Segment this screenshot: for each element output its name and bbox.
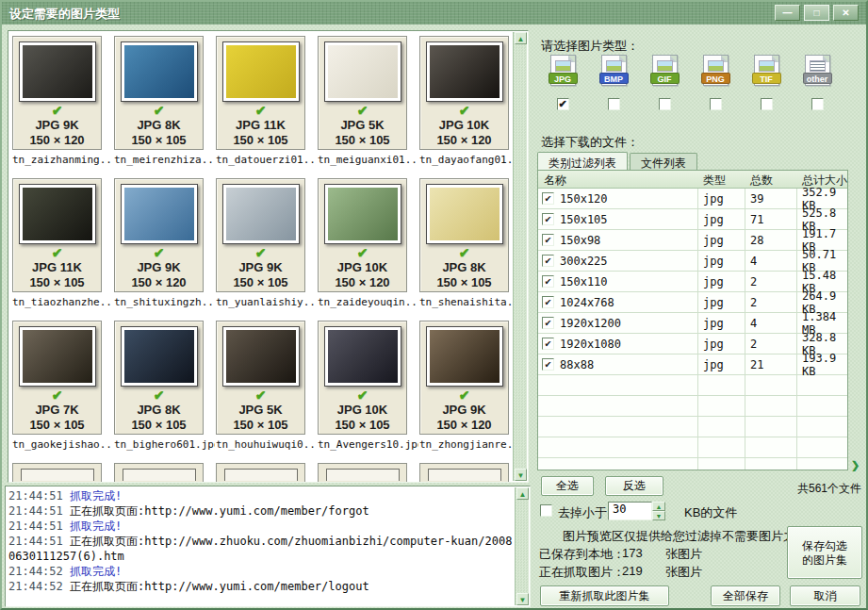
minimize-button[interactable]: — [775, 5, 800, 21]
thumbnail-card[interactable]: ✔ JPG 8K 150 × 105 [114, 321, 204, 435]
save-all-button[interactable]: 全部保存 [711, 585, 780, 606]
thumbnail-image-frame [324, 41, 401, 102]
thumbnail-image-frame [426, 184, 503, 244]
partial-thumbnail [114, 463, 204, 482]
row-checkbox[interactable]: ✔ [542, 317, 554, 329]
thumbnail-item[interactable]: ✔ JPG 8K 150 × 105 tn_meirenzhiza... [114, 36, 204, 166]
fetching-label: 正在抓取图片： [539, 564, 625, 581]
log-entry: 21:44:51 抓取完成! [8, 519, 513, 534]
thumbnail-card[interactable]: ✔ JPG 9K 150 × 105 [216, 178, 305, 292]
thumbnail-image-frame [19, 326, 96, 387]
scroll-up-icon[interactable]: ▲ [515, 32, 527, 44]
filetype-checkbox[interactable] [710, 98, 722, 110]
row-checkbox[interactable]: ✔ [542, 255, 554, 267]
row-checkbox[interactable]: ✔ [542, 213, 554, 225]
partial-thumbnail [12, 463, 102, 482]
select-all-button[interactable]: 全选 [541, 476, 594, 496]
header-name[interactable]: 名称 [538, 171, 697, 188]
selected-check-icon: ✔ [319, 104, 406, 118]
log-scrollbar[interactable]: ▲ ▼ [515, 487, 529, 605]
thumbnail-size-label: JPG 5K [319, 118, 406, 133]
row-checkbox[interactable]: ✔ [542, 192, 554, 205]
row-checkbox[interactable]: ✔ [542, 275, 554, 288]
invert-selection-button[interactable]: 反选 [605, 476, 663, 496]
filetype-checkbox[interactable] [608, 98, 620, 110]
thumbnail-item[interactable]: ✔ JPG 7K 150 × 105 tn_gaokejishao... [12, 321, 102, 451]
thumbnail-card[interactable]: ✔ JPG 11K 150 × 105 [216, 36, 305, 150]
thumbnail-card[interactable]: ✔ JPG 10K 150 × 105 [318, 321, 407, 435]
thumbnail-card[interactable]: ✔ JPG 9K 150 × 120 [114, 178, 204, 292]
window-controls: — □ ✕ [775, 5, 859, 21]
thumbnail-item[interactable]: ✔ JPG 11K 150 × 105 tn_tiaozhanzhe... [12, 178, 102, 308]
thumbnail-item[interactable]: ✔ JPG 9K 150 × 120 tn_shituxingzh... [114, 178, 204, 308]
thumbnail-card[interactable]: ✔ JPG 10K 150 × 120 [318, 178, 407, 292]
thumbnail-item[interactable]: ✔ JPG 10K 150 × 120 tn_dayaofang01... [419, 36, 509, 166]
thumbnail-filename: tn_meirenzhiza... [114, 154, 215, 166]
thumbnail-dimensions-label: 150 × 105 [319, 418, 406, 433]
filter-size-checkbox[interactable] [540, 504, 552, 517]
thumbnail-item[interactable]: ✔ JPG 11K 150 × 105 tn_datouerzi01... [216, 36, 305, 166]
row-checkbox[interactable]: ✔ [542, 296, 554, 308]
thumbnail-item[interactable]: ✔ JPG 9K 150 × 120 tn_zaizhanming... [12, 36, 102, 166]
thumbnail-card[interactable]: ✔ JPG 8K 150 × 105 [419, 178, 509, 292]
thumbnail-card[interactable]: ✔ JPG 5K 150 × 105 [216, 321, 305, 435]
thumbnail-filename: tn_zhongjianre... [419, 438, 520, 451]
stepper-down-icon[interactable]: ▼ [652, 511, 665, 520]
thumbnail-scrollbar[interactable]: ▲ ▼ [513, 32, 527, 481]
thumbnail-dimensions-label: 150 × 105 [115, 418, 203, 433]
thumbnail-card[interactable]: ✔ JPG 9K 150 × 120 [12, 36, 102, 150]
thumbnail-item[interactable]: ✔ JPG 9K 150 × 120 tn_zhongjianre... [419, 321, 509, 451]
thumbnail-item[interactable]: ✔ JPG 5K 150 × 105 tn_houhuiwuqi0... [216, 321, 305, 451]
thumbnail-item[interactable]: ✔ JPG 9K 150 × 105 tn_yuanlaishiy... [216, 178, 305, 308]
thumbnail-item[interactable]: ✔ JPG 10K 150 × 120 tn_zaideyouqin... [318, 178, 407, 308]
row-checkbox[interactable]: ✔ [542, 338, 554, 350]
thumbnail-card[interactable]: ✔ JPG 11K 150 × 105 [12, 178, 102, 292]
thumbnail-card[interactable]: ✔ JPG 9K 150 × 120 [419, 321, 509, 435]
header-count[interactable]: 总数 [745, 171, 796, 188]
thumbnail-card[interactable]: ✔ JPG 10K 150 × 120 [419, 36, 509, 150]
table-resize-grip-icon[interactable]: ❯ [851, 459, 860, 471]
filetype-checkbox[interactable] [811, 98, 824, 110]
thumbnail-item[interactable]: ✔ JPG 8K 150 × 105 tn_shenaishita... [419, 178, 509, 308]
scroll-up-icon[interactable]: ▲ [516, 487, 529, 500]
thumbnail-image [23, 188, 92, 240]
thumbnail-card[interactable]: ✔ JPG 7K 150 × 105 [12, 321, 102, 435]
scroll-down-icon[interactable]: ▼ [516, 593, 529, 605]
thumbnail-item[interactable]: ✔ JPG 5K 150 × 105 tn_meiguanxi01... [318, 36, 407, 166]
filetype-checkbox[interactable]: ✔ [557, 98, 569, 110]
thumbnail-filename: tn_Avengers10.jpg [318, 438, 418, 451]
thumbnail-card[interactable]: ✔ JPG 5K 150 × 105 [318, 36, 407, 150]
fetching-unit: 张图片 [665, 564, 702, 581]
thumbnail-item[interactable]: ✔ JPG 8K 150 × 105 tn_bighero601.jpg [114, 321, 204, 451]
row-checkbox[interactable]: ✔ [542, 234, 554, 246]
file-thumbnail-glyph [759, 60, 775, 72]
close-button[interactable]: ✕ [833, 5, 859, 21]
scroll-down-icon[interactable]: ▼ [515, 469, 527, 481]
row-name: 1920x1200 [560, 317, 621, 330]
file-thumbnail-glyph [555, 60, 571, 72]
table-row[interactable]: ✔88x88 jpg 21 193.9 KB [538, 354, 847, 375]
thumbnail-image [328, 330, 398, 383]
refetch-button[interactable]: 重新抓取此图片集 [540, 585, 669, 606]
maximize-button[interactable]: □ [804, 5, 829, 21]
selected-check-icon: ✔ [115, 104, 203, 118]
save-checked-button[interactable]: 保存勾选 的图片集 [787, 526, 862, 579]
stepper-up-icon[interactable]: ▲ [652, 502, 665, 511]
cancel-button[interactable]: 取消 [790, 585, 860, 606]
cell-type: jpg [697, 192, 745, 206]
thumbnail-card[interactable]: ✔ JPG 8K 150 × 105 [114, 36, 204, 150]
row-checkbox[interactable]: ✔ [542, 358, 554, 371]
thumbnail-item[interactable]: ✔ JPG 10K 150 × 105 tn_Avengers10.jpg [318, 321, 407, 451]
filetype-checkbox[interactable] [761, 98, 773, 110]
thumbnail-filename: tn_dayaofang01... [419, 154, 520, 166]
window-title: 设定需要的图片类型 [9, 6, 120, 23]
thumbnail-dimensions-label: 150 × 105 [217, 275, 304, 290]
min-size-input[interactable]: 30 [608, 502, 652, 520]
header-type[interactable]: 类型 [697, 171, 745, 188]
cell-type: jpg [697, 275, 745, 289]
row-name: 88x88 [560, 358, 594, 371]
file-thumbnail-glyph [657, 60, 673, 72]
filetype-checkbox[interactable] [659, 98, 671, 110]
cell-count: 2 [745, 296, 796, 309]
row-name: 1920x1080 [560, 338, 621, 351]
